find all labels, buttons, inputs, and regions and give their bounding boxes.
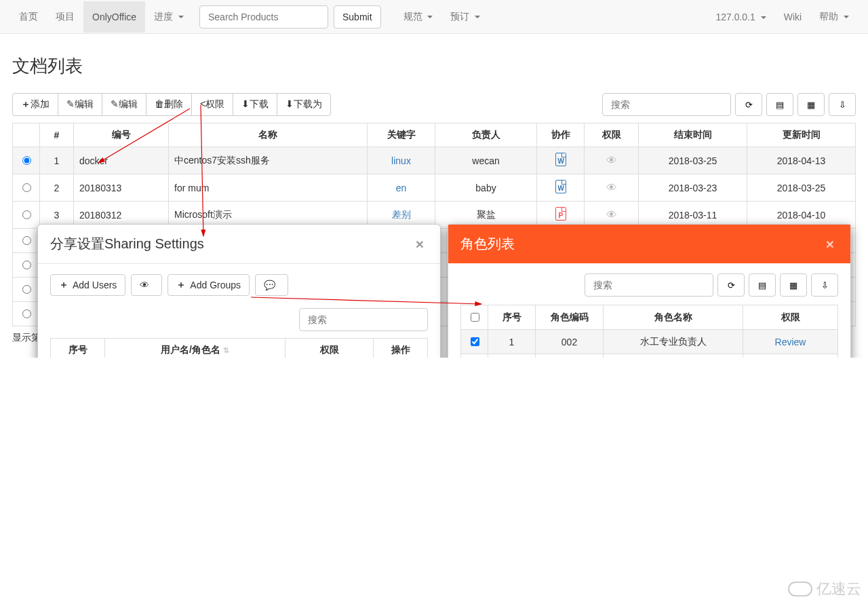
- cell-end: 2018-03-25: [639, 147, 747, 174]
- caret-icon: [844, 16, 849, 18]
- page-container: 文档列表 ＋添加 ✎编辑 ✎编辑 🗑删除 <权限 ⬇下载 ⬇下载为 ⟳ ▤ ▦ …: [0, 34, 868, 358]
- nav-help[interactable]: 帮助: [810, 1, 858, 33]
- toolbar-downloadas-button[interactable]: ⬇下载为: [277, 93, 331, 116]
- cell-code: docker: [74, 147, 169, 174]
- role-select-all[interactable]: [471, 313, 479, 322]
- cell-keyword[interactable]: linux: [391, 155, 411, 166]
- share-modal-title: 分享设置Sharing Settings: [50, 235, 412, 253]
- row-radio[interactable]: [22, 156, 31, 165]
- table-row[interactable]: 2 20180313 for mum en baby 👁 2018-03-23 …: [13, 174, 856, 202]
- toggle-view-button[interactable]: ▤: [766, 93, 793, 116]
- table-row[interactable]: 2 003 施工专业负责人 Read Only: [461, 354, 838, 358]
- file-icon[interactable]: [555, 207, 566, 221]
- table-row[interactable]: 1 docker 中centos7安装ssh服务 linux wecan 👁 2…: [13, 147, 856, 174]
- refresh-icon: ⟳: [728, 280, 735, 290]
- cell-code: 003: [536, 354, 604, 358]
- row-checkbox[interactable]: [471, 337, 479, 346]
- grid-icon: ▦: [807, 100, 815, 110]
- role-table: 序号 角色编码 角色名称 权限 1 002 水工专业负责人 Review 2 0…: [460, 305, 838, 358]
- row-radio[interactable]: [22, 183, 31, 192]
- share-modal-close-x[interactable]: ×: [412, 235, 428, 253]
- visibility-dropdown[interactable]: 👁: [131, 274, 162, 296]
- nav-wiki[interactable]: Wiki: [775, 1, 810, 33]
- role-refresh-button[interactable]: ⟳: [717, 273, 745, 297]
- toolbar-download-button[interactable]: ⬇下载: [233, 93, 277, 116]
- nav-ip[interactable]: 127.0.0.1: [707, 1, 774, 33]
- row-radio[interactable]: [22, 285, 31, 294]
- col-code[interactable]: 编号: [74, 124, 169, 147]
- cell-owner: wecan: [435, 147, 537, 174]
- add-groups-button[interactable]: ＋ Add Groups: [167, 274, 250, 296]
- role-search-input[interactable]: [585, 273, 713, 297]
- cell-end: 2018-03-23: [639, 174, 747, 202]
- col-collab[interactable]: 协作: [537, 124, 585, 147]
- nav-booking[interactable]: 预订: [441, 1, 489, 33]
- share-btns: ＋ Add Users 👁 ＋ Add Groups 💬: [50, 274, 428, 296]
- nav-spec[interactable]: 规范: [395, 1, 442, 33]
- chat-dropdown[interactable]: 💬: [255, 274, 288, 296]
- grid-icon: ▦: [789, 280, 797, 290]
- eye-off-icon: 👁: [606, 209, 617, 221]
- nav-submit-button[interactable]: Submit: [334, 5, 381, 29]
- file-icon[interactable]: [555, 180, 566, 193]
- cell-keyword[interactable]: en: [396, 183, 407, 193]
- role-col-name[interactable]: 角色名称: [604, 305, 743, 330]
- toolbar-permission-button[interactable]: <权限: [191, 93, 233, 116]
- list-icon: ▤: [776, 100, 784, 110]
- toolbar-edit2-button[interactable]: ✎编辑: [102, 93, 146, 116]
- eye-off-icon: 👁: [606, 155, 617, 166]
- row-radio[interactable]: [22, 309, 31, 318]
- role-toggle-button[interactable]: ▤: [749, 273, 776, 297]
- share-col-name[interactable]: 用户名/角色名 ⇅: [105, 339, 285, 358]
- top-navbar: 首页 项目 OnlyOffice 进度 Submit 规范 预订 127.0.0…: [0, 0, 868, 34]
- doc-table-header-row: # 编号 名称 关键字 负责人 协作 权限 结束时间 更新时间: [13, 124, 856, 147]
- columns-button[interactable]: ▦: [797, 93, 825, 116]
- file-icon[interactable]: [555, 153, 566, 166]
- refresh-button[interactable]: ⟳: [735, 93, 762, 116]
- col-perm[interactable]: 权限: [585, 124, 639, 147]
- col-end[interactable]: 结束时间: [639, 124, 747, 147]
- nav-home[interactable]: 首页: [10, 1, 47, 33]
- col-upd[interactable]: 更新时间: [747, 124, 856, 147]
- caret-icon: [761, 16, 766, 19]
- nav-progress[interactable]: 进度: [145, 1, 193, 33]
- role-modal-close-x[interactable]: ×: [822, 235, 838, 253]
- cell-upd: 2018-03-25: [747, 174, 856, 202]
- col-name[interactable]: 名称: [169, 124, 368, 147]
- row-radio[interactable]: [22, 210, 31, 219]
- col-owner[interactable]: 负责人: [435, 124, 537, 147]
- nav-projects[interactable]: 项目: [47, 1, 83, 33]
- col-keyword[interactable]: 关键字: [368, 124, 435, 147]
- toolbar-add-button[interactable]: ＋添加: [12, 93, 58, 116]
- caret-icon: [427, 16, 433, 18]
- toolbar-delete-button[interactable]: 🗑删除: [146, 93, 192, 116]
- share-col-num[interactable]: 序号: [51, 339, 105, 358]
- role-col-code[interactable]: 角色编码: [536, 305, 604, 330]
- add-users-button[interactable]: ＋ Add Users: [50, 274, 125, 296]
- cell-keyword[interactable]: 差别: [392, 209, 411, 220]
- eye-off-icon: 👁: [606, 182, 617, 193]
- cell-name: 水工专业负责人: [604, 330, 743, 354]
- share-col-op[interactable]: 操作: [374, 339, 428, 358]
- share-col-perm[interactable]: 权限: [285, 339, 374, 358]
- toolbar-edit-button[interactable]: ✎编辑: [58, 93, 102, 116]
- role-col-num[interactable]: 序号: [488, 305, 536, 330]
- toolbar-button-group: ＋添加 ✎编辑 ✎编辑 🗑删除 <权限 ⬇下载 ⬇下载为: [12, 93, 331, 116]
- role-col-perm[interactable]: 权限: [743, 305, 838, 330]
- role-export-button[interactable]: ⇩: [811, 273, 838, 297]
- cell-perm[interactable]: Review: [775, 337, 806, 347]
- col-num[interactable]: #: [40, 124, 74, 147]
- row-radio[interactable]: [22, 261, 31, 269]
- share-search-input[interactable]: [299, 308, 428, 331]
- nav-onlyoffice[interactable]: OnlyOffice: [83, 1, 145, 33]
- doc-search-input[interactable]: [602, 93, 731, 116]
- nav-right: 127.0.0.1 Wiki 帮助: [707, 1, 858, 33]
- share-table: 序号 用户名/角色名 ⇅ 权限 操作 1 秦晓川 Read Only ✖ 2 项…: [50, 338, 428, 358]
- role-columns-button[interactable]: ▦: [780, 273, 807, 297]
- nav-search-input[interactable]: [199, 5, 328, 29]
- export-button[interactable]: ⇩: [829, 93, 856, 116]
- cell-name: 中centos7安装ssh服务: [169, 147, 368, 174]
- table-row[interactable]: 1 002 水工专业负责人 Review: [461, 330, 838, 354]
- row-radio[interactable]: [22, 236, 31, 245]
- export-icon: ⇩: [821, 280, 829, 290]
